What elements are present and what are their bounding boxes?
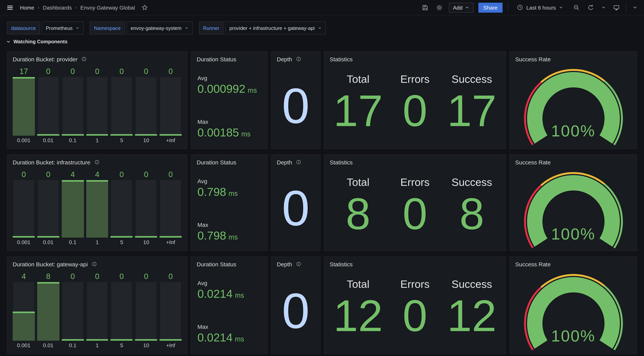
chevron-down-icon (465, 5, 469, 10)
info-icon[interactable] (94, 160, 100, 165)
share-button[interactable]: Share (478, 2, 502, 12)
bar-fill (13, 77, 35, 136)
panel-title[interactable]: Duration Bucket: infrastructure (13, 159, 90, 165)
bar-bucket-label: +Inf (160, 342, 182, 351)
variables-bar: datasource Prometheus Namespace envoy-ga… (7, 22, 326, 34)
add-button-label: Add (453, 4, 462, 10)
settings-button[interactable] (434, 3, 444, 12)
divider (508, 3, 508, 12)
panel-title[interactable]: Depth (277, 159, 292, 165)
refresh-button[interactable] (586, 3, 595, 12)
time-range-picker[interactable]: Last 6 hours (513, 2, 567, 12)
panel-title[interactable]: Success Rate (515, 261, 551, 267)
panel-success-rate: Success Rate 100% (510, 51, 637, 149)
stat-header: Errors (386, 73, 444, 86)
stat-header: Success (443, 278, 500, 290)
stat-total: Total 17 (330, 66, 386, 143)
bar-track (111, 77, 132, 136)
bar-value-label: 0 (110, 67, 133, 76)
variable-value-dropdown[interactable]: Prometheus (42, 22, 84, 34)
avg-label: Avg (198, 280, 244, 286)
bar-track (111, 180, 132, 238)
info-icon[interactable] (296, 56, 301, 62)
info-icon[interactable] (296, 261, 301, 267)
bar-bucket-label: 10 (135, 342, 157, 351)
breadcrumb-dashboards[interactable]: Dashboards (43, 4, 72, 10)
bar-bucket-label: 1 (86, 342, 108, 351)
panel-depth: Depth 0 (271, 154, 320, 251)
panel-title[interactable]: Duration Status (197, 56, 236, 62)
bar-track (87, 77, 108, 136)
bar-fill (160, 134, 182, 136)
chevron-down-icon (318, 26, 322, 30)
stat-header: Total (330, 278, 386, 290)
panel-title[interactable]: Duration Bucket: gateway-api (13, 261, 88, 267)
breadcrumb-current[interactable]: Envoy Gateway Global (80, 4, 135, 10)
panel-title[interactable]: Statistics (330, 159, 353, 165)
chevron-down-icon (185, 26, 188, 30)
max-label: Max (198, 324, 244, 330)
info-icon[interactable] (82, 56, 87, 62)
bar-value-label: 0 (160, 272, 182, 281)
star-icon (142, 4, 148, 11)
variable-value-dropdown[interactable]: envoy-gateway-system (126, 22, 193, 34)
share-button-label: Share (483, 4, 498, 10)
collapse-nav-button[interactable] (631, 4, 639, 11)
bar-gauge-chart: 170.00100.0100.101050100+Inf (13, 67, 182, 146)
bar (13, 180, 35, 238)
bar-column: 05 (110, 67, 133, 146)
row-toggle-watching-components[interactable]: Watching Components (6, 39, 68, 44)
avg-value: 0.000992ms (198, 83, 257, 95)
panel-statistics: Statistics Total 12 Errors 0 Success 12 (324, 256, 506, 354)
bar-fill (110, 134, 133, 136)
info-icon[interactable] (296, 160, 301, 165)
panel-header: Duration Status (191, 155, 267, 170)
stat-errors: Errors 0 (386, 170, 444, 245)
breadcrumb: Home › Dashboards › Envoy Gateway Global (20, 4, 135, 10)
bar (110, 180, 133, 238)
bar-track (62, 282, 83, 341)
menu-button[interactable] (5, 3, 14, 12)
variable-runner: Runner provider + infrastructure + gatew… (199, 22, 326, 34)
bar-column: 0+Inf (160, 170, 182, 248)
favorite-button[interactable] (140, 3, 149, 12)
variable-value-dropdown[interactable]: provider + infrastructure + gateway-api (225, 22, 326, 34)
panel-title[interactable]: Statistics (330, 56, 353, 62)
panel-header: Success Rate (510, 257, 637, 271)
bar (135, 180, 157, 238)
panel-success-rate: Success Rate 100% (510, 256, 637, 354)
panel-title[interactable]: Duration Bucket: provider (13, 56, 78, 62)
panel-title[interactable]: Duration Status (197, 159, 236, 165)
bar-column: 01 (86, 67, 108, 146)
stat-header: Success (443, 176, 500, 188)
breadcrumb-home[interactable]: Home (20, 4, 34, 10)
menu-icon (6, 4, 14, 11)
refresh-interval-dropdown[interactable] (600, 4, 607, 11)
bar-bucket-label: 0.001 (13, 239, 35, 248)
panel-duration-status: Duration Status Avg 0.798ms Max 0.798ms (191, 154, 268, 251)
info-icon[interactable] (92, 261, 97, 267)
unit-label: ms (228, 190, 238, 197)
add-button[interactable]: Add (449, 2, 473, 12)
save-button[interactable] (420, 3, 430, 12)
bar-bucket-label: 5 (110, 342, 133, 351)
bar (110, 77, 133, 136)
bar-value-label: 0 (37, 170, 60, 179)
panel-title[interactable]: Depth (277, 261, 292, 267)
bar-track (160, 282, 181, 341)
zoom-out-time-button[interactable] (572, 3, 581, 12)
breadcrumb-separator: › (38, 4, 40, 10)
bar-value-label: 0 (86, 67, 108, 76)
panel-title[interactable]: Duration Status (197, 261, 236, 267)
bar-bucket-label: 10 (135, 137, 157, 146)
panel-title[interactable]: Depth (277, 56, 292, 62)
panel-title[interactable]: Success Rate (515, 159, 551, 165)
panel-title[interactable]: Success Rate (515, 56, 551, 62)
bar-value-label: 4 (13, 272, 35, 281)
gauge-value-label: 100% (524, 123, 623, 139)
kiosk-mode-button[interactable] (612, 3, 621, 12)
bar-fill (13, 311, 35, 341)
bar-fill (86, 339, 108, 341)
stat-total: Total 8 (330, 170, 386, 245)
panel-title[interactable]: Statistics (330, 261, 353, 267)
